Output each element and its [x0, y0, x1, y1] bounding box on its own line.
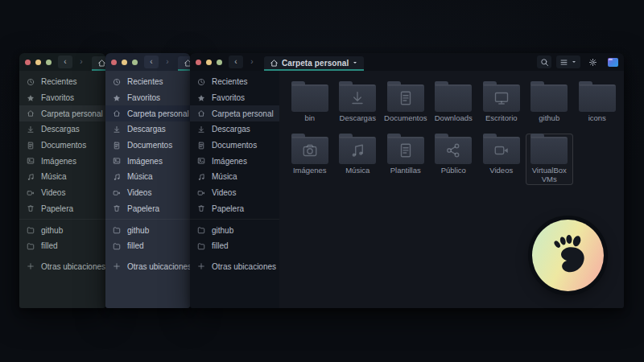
sidebar-bookmark[interactable]: github [19, 222, 105, 238]
folder-item[interactable]: Downloads [430, 81, 478, 133]
sidebar-bookmark[interactable]: filled [190, 238, 279, 254]
sidebar-item[interactable]: Música [105, 169, 190, 185]
menu-button[interactable] [585, 56, 600, 68]
folder-item[interactable]: Descargas [334, 81, 382, 133]
sidebar: Recientes Favoritos Carpeta personal Des… [190, 71, 279, 308]
view-options-button[interactable] [556, 56, 580, 68]
folder-icon [530, 137, 568, 164]
sidebar-item[interactable]: Documentos [190, 138, 279, 154]
sidebar-item-label: Papelera [41, 204, 73, 213]
sidebar-item[interactable]: Documentos [105, 138, 190, 154]
sidebar-item[interactable]: Descargas [190, 121, 279, 138]
sidebar: Recientes Favoritos Carpeta personal Des… [19, 71, 105, 308]
sidebar-item[interactable]: Carpeta personal [19, 105, 105, 121]
headerbar: ‹ › [105, 53, 190, 71]
back-button[interactable]: ‹ [58, 56, 72, 68]
sidebar-item[interactable]: Recientes [19, 74, 105, 90]
sidebar-item[interactable]: Papelera [190, 201, 279, 217]
folder-icon [339, 137, 376, 164]
image-icon [113, 157, 121, 165]
folder-item[interactable]: Público [430, 134, 478, 185]
sidebar-item[interactable]: Carpeta personal [105, 105, 190, 121]
sidebar-item[interactable]: Música [190, 169, 279, 185]
files-app-icon[interactable] [608, 58, 618, 67]
sidebar-item[interactable]: Música [19, 169, 105, 185]
sidebar-item[interactable]: Carpeta personal [190, 105, 279, 121]
sidebar-item[interactable]: Recientes [190, 74, 279, 90]
sidebar-item[interactable]: Papelera [105, 201, 190, 217]
sidebar-item[interactable]: Imágenes [105, 153, 190, 169]
folder-item[interactable]: VirtualBox VMs [526, 134, 574, 185]
home-tab-button[interactable] [92, 56, 105, 71]
maximize-button[interactable] [217, 60, 222, 65]
clock-icon [197, 78, 205, 86]
folder-item[interactable]: icons [573, 81, 621, 133]
sidebar-item-label: Descargas [212, 125, 250, 134]
folder-item[interactable]: Escritorio [477, 81, 526, 133]
sidebar-item-label: Recientes [212, 77, 247, 86]
home-icon [197, 109, 205, 117]
document-icon [398, 90, 414, 106]
search-button[interactable] [537, 56, 551, 68]
sidebar-item-label: filled [41, 241, 58, 250]
sidebar-item-label: github [41, 226, 63, 235]
maximize-button[interactable] [132, 60, 138, 65]
sidebar-item[interactable]: Videos [105, 185, 190, 201]
folder-item[interactable]: Documentos [382, 81, 430, 133]
folder-item[interactable]: bin [286, 81, 334, 133]
sidebar-item[interactable]: Imágenes [190, 153, 279, 169]
back-button[interactable]: ‹ [144, 56, 159, 68]
minimize-button[interactable] [206, 60, 212, 65]
sidebar-item-label: filled [212, 241, 229, 250]
folder-item[interactable]: Videos [477, 134, 526, 185]
sidebar-bookmark[interactable]: filled [105, 238, 190, 254]
sidebar-item-other-locations[interactable]: Otras ubicaciones [190, 259, 279, 275]
close-button[interactable] [25, 60, 31, 65]
folder-label: Público [441, 167, 466, 175]
home-icon [97, 59, 105, 68]
folder-icon [530, 84, 568, 112]
sidebar-item[interactable]: Documentos [19, 138, 105, 154]
sidebar-item[interactable]: Videos [190, 185, 279, 201]
sidebar-item[interactable]: Imágenes [19, 153, 105, 169]
share-icon [445, 142, 461, 158]
sidebar-item-other-locations[interactable]: Otras ubicaciones [105, 259, 190, 275]
forward-button[interactable]: › [160, 56, 175, 68]
close-button[interactable] [196, 60, 201, 65]
folder-item[interactable]: github [526, 81, 574, 133]
maximize-button[interactable] [46, 60, 52, 65]
folder-icon [483, 137, 520, 164]
sidebar-item[interactable]: Descargas [19, 121, 105, 138]
star-icon [113, 94, 121, 102]
current-location-label: Carpeta personal [282, 59, 349, 68]
sidebar-item[interactable]: Recientes [105, 74, 190, 90]
folder-label: Downloads [435, 114, 473, 123]
forward-button[interactable]: › [245, 56, 259, 68]
sidebar-bookmark[interactable]: github [190, 222, 279, 238]
minimize-button[interactable] [35, 60, 41, 65]
home-tab-button[interactable] [178, 56, 190, 71]
clock-icon [113, 78, 121, 86]
sidebar-item-label: Videos [127, 188, 151, 197]
back-button[interactable]: ‹ [229, 56, 243, 68]
sidebar-bookmark[interactable]: filled [19, 238, 105, 254]
folder-item[interactable]: Plantillas [382, 134, 430, 185]
sidebar-item-other-locations[interactable]: Otras ubicaciones [19, 259, 105, 275]
sidebar-item[interactable]: Videos [19, 185, 105, 201]
star-icon [27, 94, 35, 102]
sidebar-bookmark[interactable]: github [105, 222, 190, 238]
forward-button[interactable]: › [74, 56, 89, 68]
minimize-button[interactable] [122, 60, 127, 65]
sidebar-item[interactable]: Favoritos [19, 90, 105, 106]
plus-icon [113, 262, 121, 270]
current-location-button[interactable]: Carpeta personal [264, 56, 364, 71]
sidebar-item[interactable]: Favoritos [190, 90, 279, 106]
folder-item[interactable]: Imágenes [286, 134, 334, 185]
document-icon [398, 142, 414, 158]
folder-item[interactable]: Música [334, 134, 382, 185]
sidebar-item[interactable]: Descargas [105, 121, 190, 138]
sidebar-item[interactable]: Favoritos [105, 90, 190, 106]
sidebar-item[interactable]: Papelera [19, 201, 105, 217]
close-button[interactable] [111, 60, 117, 65]
folder-icon [387, 84, 424, 112]
